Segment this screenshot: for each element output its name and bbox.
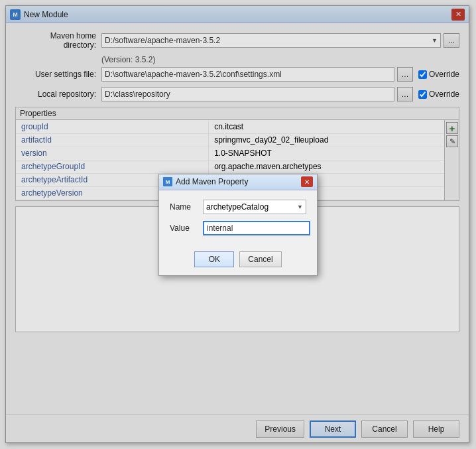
dialog-name-combo[interactable]: archetypeCatalog ▼: [203, 200, 306, 214]
dialog-close-button[interactable]: ✕: [301, 176, 313, 187]
dialog-title-bar: M Add Maven Property ✕: [159, 174, 317, 190]
dialog-window-icon: M: [163, 177, 172, 186]
dialog-overlay: M Add Maven Property ✕ Name archetypeCat…: [0, 0, 476, 449]
dialog-value-input[interactable]: [203, 221, 310, 235]
dialog-name-combo-arrow: ▼: [297, 204, 303, 210]
dialog-title-text: Add Maven Property: [176, 177, 248, 186]
dialog-body: Name archetypeCatalog ▼ Value: [159, 190, 317, 246]
dialog-title-bar-left: M Add Maven Property: [163, 177, 248, 186]
add-maven-property-dialog: M Add Maven Property ✕ Name archetypeCat…: [158, 174, 318, 276]
dialog-value-label: Value: [170, 224, 203, 233]
dialog-name-label: Name: [170, 202, 203, 212]
dialog-ok-button[interactable]: OK: [194, 251, 234, 267]
dialog-name-row: Name archetypeCatalog ▼: [170, 200, 306, 214]
dialog-value-row: Value: [170, 221, 306, 235]
dialog-buttons: OK Cancel: [159, 251, 317, 267]
dialog-cancel-button[interactable]: Cancel: [239, 251, 281, 267]
